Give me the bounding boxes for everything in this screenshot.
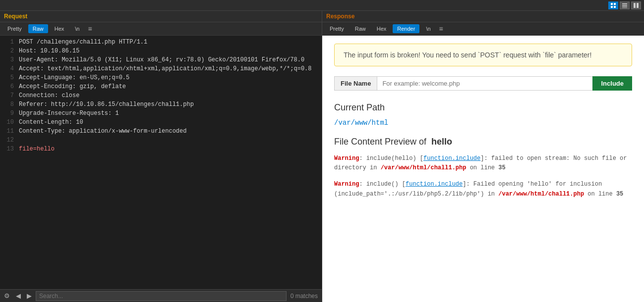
- line-content: Host: 10.10.86.15: [19, 47, 79, 55]
- table-row: 9Upgrade-Insecure-Requests: 1: [0, 109, 322, 118]
- current-path-title: Current Path: [334, 102, 632, 113]
- response-panel: Response Pretty Raw Hex Render \n ≡ The …: [322, 11, 644, 302]
- table-row: 4Accept: text/html,application/xhtml+xml…: [0, 64, 322, 73]
- warning-box: The input form is broken! You need to se…: [334, 44, 632, 66]
- line-content: Content-Type: application/x-www-form-url…: [19, 127, 186, 136]
- request-raw-btn[interactable]: Raw: [28, 24, 48, 33]
- warning-link[interactable]: function.include: [423, 155, 480, 162]
- line-number: 8: [4, 100, 14, 109]
- table-row: 11Content-Type: application/x-www-form-u…: [0, 127, 322, 136]
- include-button[interactable]: Include: [592, 76, 632, 91]
- table-row: 7Connection: close: [0, 91, 322, 100]
- highlighted-value: file=hello: [19, 146, 55, 152]
- svg-rect-8: [637, 3, 639, 8]
- forward-icon-btn[interactable]: ▶: [25, 291, 34, 301]
- table-row: 8Referer: http://10.10.86.15/challenges/…: [0, 100, 322, 109]
- warning-line-label: on line: [584, 191, 616, 198]
- line-content: Connection: close: [19, 91, 79, 100]
- line-content: file=hello: [19, 145, 55, 153]
- menu-view-btn[interactable]: [631, 1, 641, 9]
- svg-rect-5: [622, 5, 627, 6]
- table-row: 5Accept-Language: en-US,en;q=0.5: [0, 73, 322, 82]
- request-header: Request: [0, 11, 322, 22]
- svg-rect-3: [614, 6, 616, 8]
- file-preview-section: File Content Preview of hello: [334, 137, 632, 147]
- warning-label: Warning: [334, 181, 359, 188]
- warning-label: Warning: [334, 155, 359, 162]
- warning-text-before: : include(hello) [: [359, 155, 423, 162]
- php-warning-block: Warning: include() [function.include]: F…: [334, 180, 632, 199]
- line-number: 12: [4, 136, 14, 145]
- response-hex-btn[interactable]: Hex: [372, 24, 391, 33]
- line-content: POST /challenges/chall1.php HTTP/1.1: [19, 38, 147, 47]
- line-number: 1: [4, 38, 14, 47]
- table-row: 3User-Agent: Mozilla/5.0 (X11; Linux x86…: [0, 55, 322, 64]
- response-pretty-btn[interactable]: Pretty: [325, 24, 349, 33]
- view-icons: [608, 1, 641, 9]
- svg-rect-1: [614, 3, 616, 5]
- file-preview-title-prefix: File Content Preview of: [334, 137, 426, 147]
- table-row: 12: [0, 136, 322, 145]
- grid-view-btn[interactable]: [608, 1, 618, 9]
- request-code-area: 1POST /challenges/chall1.php HTTP/1.12Ho…: [0, 36, 322, 289]
- line-content: User-Agent: Mozilla/5.0 (X11; Linux x86_…: [19, 55, 304, 64]
- line-number: 13: [4, 145, 14, 153]
- request-pretty-btn[interactable]: Pretty: [3, 24, 26, 33]
- request-hex-btn[interactable]: Hex: [50, 24, 69, 33]
- svg-rect-7: [634, 3, 636, 8]
- table-row: 13file=hello: [0, 145, 322, 153]
- line-content: Referer: http://10.10.86.15/challenges/c…: [19, 100, 194, 109]
- svg-rect-0: [611, 3, 613, 5]
- warning-link[interactable]: function.include: [406, 181, 463, 188]
- line-content: Upgrade-Insecure-Requests: 1: [19, 109, 119, 118]
- warning-line-num: 35: [616, 191, 623, 198]
- line-content: Content-Length: 10: [19, 118, 83, 127]
- request-toolbar: Pretty Raw Hex \n ≡: [0, 22, 322, 36]
- file-input-row: File Name Include: [334, 76, 632, 91]
- line-number: 7: [4, 91, 14, 100]
- response-ln-btn[interactable]: \n: [421, 24, 435, 33]
- line-number: 5: [4, 73, 14, 82]
- response-raw-btn[interactable]: Raw: [351, 24, 370, 33]
- bottom-bar: ⚙ ◀ ▶ 0 matches: [0, 289, 322, 302]
- back-icon-btn[interactable]: ◀: [14, 291, 23, 301]
- table-row: 2Host: 10.10.86.15: [0, 47, 322, 55]
- file-name-field[interactable]: [377, 76, 592, 91]
- warning-text-before: : include() [: [359, 181, 406, 188]
- line-number: 11: [4, 127, 14, 136]
- svg-rect-6: [622, 7, 627, 8]
- settings-icon-btn[interactable]: ⚙: [2, 291, 12, 301]
- table-row: 6Accept-Encoding: gzip, deflate: [0, 82, 322, 91]
- response-menu-btn[interactable]: ≡: [437, 24, 445, 34]
- warning-line-label: on line: [466, 164, 498, 171]
- request-menu-btn[interactable]: ≡: [86, 24, 94, 34]
- main-panels: Request Pretty Raw Hex \n ≡ 1POST /chall…: [0, 11, 644, 302]
- request-ln-btn[interactable]: \n: [70, 24, 84, 33]
- line-number: 3: [4, 55, 14, 64]
- search-input[interactable]: [36, 291, 287, 301]
- file-name-label: File Name: [334, 76, 377, 91]
- match-count: 0 matches: [289, 293, 320, 300]
- svg-rect-4: [622, 3, 627, 4]
- line-content: Accept-Encoding: gzip, deflate: [19, 82, 126, 91]
- response-toolbar: Pretty Raw Hex Render \n ≡: [322, 22, 644, 36]
- table-row: 1POST /challenges/chall1.php HTTP/1.1: [0, 38, 322, 47]
- line-number: 9: [4, 109, 14, 118]
- current-path-section: Current Path /var/www/html: [334, 102, 632, 127]
- php-warnings: Warning: include(hello) [function.includ…: [334, 154, 632, 199]
- line-number: 4: [4, 64, 14, 73]
- line-number: 10: [4, 118, 14, 127]
- top-bar: [0, 0, 644, 11]
- warning-line-num: 35: [498, 164, 505, 171]
- line-number: 2: [4, 47, 14, 55]
- warning-text: The input form is broken! You need to se…: [344, 51, 591, 59]
- php-warning-block: Warning: include(hello) [function.includ…: [334, 154, 632, 173]
- response-render-btn[interactable]: Render: [393, 24, 419, 33]
- warning-path: /var/www/html/chall1.php: [381, 164, 467, 171]
- warning-path: /var/www/html/chall1.php: [498, 191, 584, 198]
- response-content: The input form is broken! You need to se…: [322, 36, 644, 302]
- list-view-btn[interactable]: [620, 1, 630, 9]
- file-preview-filename: hello: [431, 137, 452, 147]
- current-path-link[interactable]: /var/www/html: [334, 119, 388, 127]
- response-header: Response: [322, 11, 644, 22]
